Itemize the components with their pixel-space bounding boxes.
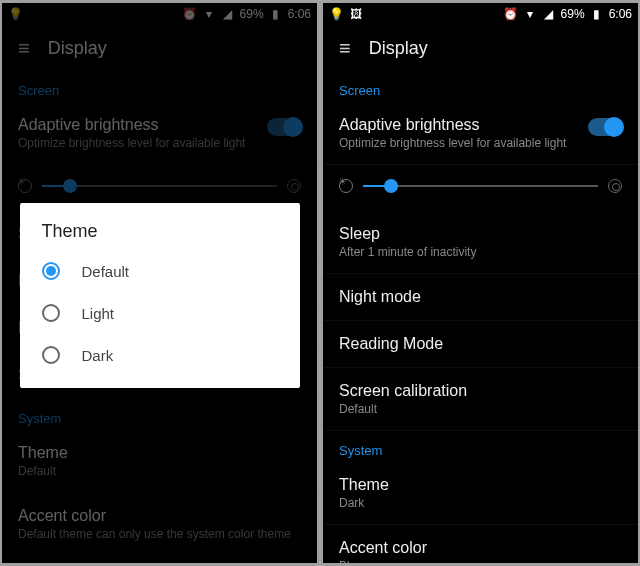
brightness-auto-icon <box>608 179 622 193</box>
adaptive-toggle[interactable] <box>588 118 622 136</box>
theme-sub: Dark <box>339 496 622 510</box>
radio-icon <box>42 346 60 364</box>
adaptive-sub: Optimize brightness level for available … <box>339 136 588 150</box>
image-icon: 🖼 <box>349 7 363 21</box>
dialog-option-dark[interactable]: Dark <box>20 334 300 376</box>
screen-right: 💡 🖼 ⏰ ▾ ◢ 69% ▮ 6:06 ≡ Display Screen Ad… <box>323 3 638 563</box>
radio-icon <box>42 304 60 322</box>
menu-icon[interactable]: ≡ <box>339 38 351 58</box>
app-header: ≡ Display <box>323 25 638 71</box>
night-label: Night mode <box>339 288 622 306</box>
sleep-sub: After 1 minute of inactivity <box>339 245 622 259</box>
signal-icon: ◢ <box>542 7 556 21</box>
dialog-option-light[interactable]: Light <box>20 292 300 334</box>
theme-label: Theme <box>339 476 622 494</box>
screen-left: 💡 ⏰ ▾ ◢ 69% ▮ 6:06 ≡ Display Screen Adap… <box>2 3 317 563</box>
adaptive-label: Adaptive brightness <box>339 116 588 134</box>
section-screen: Screen <box>323 71 638 102</box>
calibration-sub: Default <box>339 402 622 416</box>
row-accent[interactable]: Accent color Blue <box>323 525 638 563</box>
radio-icon <box>42 262 60 280</box>
dialog-title: Theme <box>20 221 300 250</box>
wifi-icon: ▾ <box>523 7 537 21</box>
brightness-slider-row <box>323 165 638 211</box>
status-bar: 💡 🖼 ⏰ ▾ ◢ 69% ▮ 6:06 <box>323 3 638 25</box>
option-label: Light <box>82 305 115 322</box>
row-reading-mode[interactable]: Reading Mode <box>323 321 638 368</box>
battery-text: 69% <box>561 7 585 21</box>
row-night-mode[interactable]: Night mode <box>323 274 638 321</box>
battery-icon: ▮ <box>590 7 604 21</box>
dialog-overlay[interactable]: Theme Default Light Dark <box>2 3 317 563</box>
option-label: Default <box>82 263 130 280</box>
clock-text: 6:06 <box>609 7 632 21</box>
alarm-icon: ⏰ <box>504 7 518 21</box>
row-adaptive-brightness[interactable]: Adaptive brightness Optimize brightness … <box>323 102 638 165</box>
section-system: System <box>323 431 638 462</box>
dialog-option-default[interactable]: Default <box>20 250 300 292</box>
row-sleep[interactable]: Sleep After 1 minute of inactivity <box>323 211 638 274</box>
row-theme[interactable]: Theme Dark <box>323 462 638 525</box>
brightness-low-icon <box>339 179 353 193</box>
option-label: Dark <box>82 347 114 364</box>
accent-sub: Blue <box>339 559 622 563</box>
theme-dialog: Theme Default Light Dark <box>20 203 300 388</box>
calibration-label: Screen calibration <box>339 382 622 400</box>
page-title: Display <box>369 38 428 59</box>
accent-label: Accent color <box>339 539 622 557</box>
row-calibration[interactable]: Screen calibration Default <box>323 368 638 431</box>
brightness-thumb[interactable] <box>384 179 398 193</box>
sleep-label: Sleep <box>339 225 622 243</box>
reading-label: Reading Mode <box>339 335 622 353</box>
brightness-slider[interactable] <box>363 185 598 187</box>
bulb-icon: 💡 <box>329 7 343 21</box>
